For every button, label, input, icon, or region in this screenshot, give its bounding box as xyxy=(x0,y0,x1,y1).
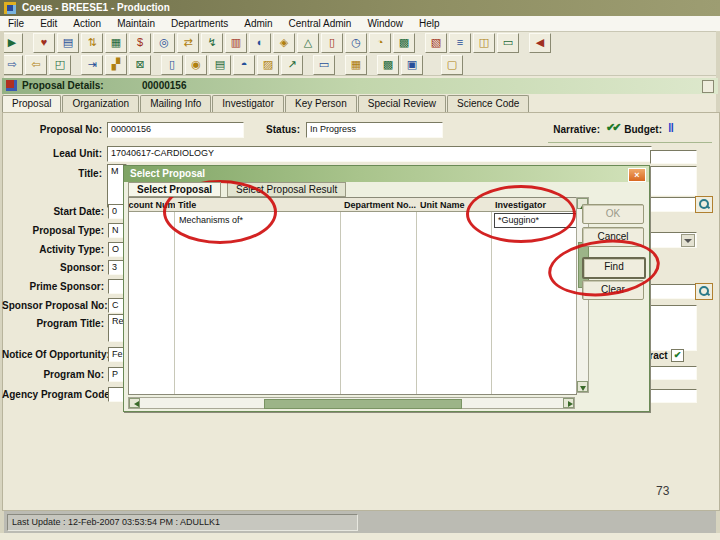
close-icon[interactable]: × xyxy=(628,168,646,182)
columns-icon[interactable]: ◫ xyxy=(473,33,495,53)
status-field[interactable]: In Progress xyxy=(306,122,443,138)
window-control-button[interactable] xyxy=(702,80,714,93)
save-icon[interactable]: ▣ xyxy=(401,55,423,75)
scroll-left-icon[interactable] xyxy=(129,398,140,408)
menu-help[interactable]: Help xyxy=(411,18,448,29)
ok-button[interactable]: OK xyxy=(582,204,644,224)
run-icon[interactable]: ↯ xyxy=(201,33,223,53)
menu-edit[interactable]: Edit xyxy=(32,18,65,29)
lead-unit-field[interactable]: 17040617-CARDIOLOGY xyxy=(107,146,652,162)
keyboard-icon[interactable]: ▧ xyxy=(425,33,447,53)
annotation-circle-investigator xyxy=(466,185,576,243)
right-field-2[interactable] xyxy=(650,166,697,196)
calculator-icon[interactable]: ▦ xyxy=(345,55,367,75)
money-bag-icon[interactable]: $ xyxy=(129,33,151,53)
select-icon[interactable]: ▶ xyxy=(1,33,23,53)
notepad-icon[interactable]: ▭ xyxy=(313,55,335,75)
menu-file[interactable]: File xyxy=(0,18,32,29)
favorites-icon[interactable]: ♥ xyxy=(33,33,55,53)
sort-icon[interactable]: ⇅ xyxy=(81,33,103,53)
apple-icon[interactable]: ◓ xyxy=(233,55,255,75)
menu-action[interactable]: Action xyxy=(65,18,109,29)
link-icon[interactable]: ▞ xyxy=(105,55,127,75)
toolbar-row2: ⇨ ⇦ ◰ ⇥ ▞ ⊠ ▯ ◉ ▤ ◓ ▨ ↗ ▭ ▦ ▩ ▣ ▢ xyxy=(0,54,720,76)
catalog-icon[interactable]: ▦ xyxy=(105,33,127,53)
new-window-icon[interactable]: ▤ xyxy=(57,33,79,53)
tab-science-code[interactable]: Science Code xyxy=(447,95,529,112)
budget-bars-icon[interactable]: ‖ xyxy=(668,121,674,135)
briefcase-icon[interactable]: ▤ xyxy=(209,55,231,75)
right-field-1[interactable] xyxy=(650,150,697,164)
sponsor-proposal-no-label: Sponsor Proposal No: xyxy=(2,300,104,311)
right-combo-field[interactable] xyxy=(648,232,697,248)
proposal-details-title-bar[interactable]: Proposal Details: 00000156 xyxy=(2,78,718,94)
scroll-right-icon[interactable] xyxy=(563,398,574,408)
tab-organization[interactable]: Organization xyxy=(62,95,139,112)
list-icon[interactable]: ≡ xyxy=(449,33,471,53)
right-field-6[interactable] xyxy=(650,366,697,380)
menu-maintain[interactable]: Maintain xyxy=(109,18,163,29)
person-search-icon[interactable]: ◐ xyxy=(249,33,271,53)
program-no-label: Program No: xyxy=(2,369,104,380)
tab-select-proposal[interactable]: Select Proposal xyxy=(128,182,221,197)
tree-icon[interactable]: ▨ xyxy=(257,55,279,75)
divider-line xyxy=(548,142,712,143)
menu-central-admin[interactable]: Central Admin xyxy=(281,18,360,29)
column-department-no[interactable]: Department No... xyxy=(341,198,417,212)
resize-icon[interactable]: ◰ xyxy=(49,55,71,75)
slide-page-number: 73 xyxy=(656,484,669,498)
dialog-title-bar[interactable]: Select Proposal xyxy=(124,166,649,182)
status-last-update: Last Update : 12-Feb-2007 03:53:54 PM : … xyxy=(7,514,358,531)
right-field-5[interactable] xyxy=(650,305,697,351)
form-icon[interactable]: ▭ xyxy=(497,33,519,53)
dialog-title: Select Proposal xyxy=(130,168,205,179)
chevron-down-icon[interactable] xyxy=(681,234,695,247)
sponsor-search-icon[interactable] xyxy=(695,196,713,213)
tab-special-review[interactable]: Special Review xyxy=(358,95,446,112)
clock-icon[interactable]: ◷ xyxy=(345,33,367,53)
export-icon[interactable]: ⇥ xyxy=(81,55,103,75)
prime-sponsor-search-icon[interactable] xyxy=(695,283,713,300)
contract-checkbox[interactable]: ✔ xyxy=(671,349,684,362)
memo-icon[interactable]: ▢ xyxy=(441,55,463,75)
app-title-bar[interactable]: Coeus - BREESE1 - Production xyxy=(0,0,720,16)
proposal-no-field[interactable]: 00000156 xyxy=(107,122,244,138)
signature-icon[interactable]: ↗ xyxy=(281,55,303,75)
previous-icon[interactable]: ⇦ xyxy=(25,55,47,75)
printer-icon[interactable]: ▩ xyxy=(393,33,415,53)
narrative-check-icon[interactable]: ✔✔ xyxy=(606,121,618,134)
tab-proposal[interactable]: Proposal xyxy=(2,95,61,112)
scales-icon[interactable]: △ xyxy=(297,33,319,53)
proposal-type-label: Proposal Type: xyxy=(2,225,104,236)
tab-investigator[interactable]: Investigator xyxy=(212,95,284,112)
horizontal-scroll-thumb[interactable] xyxy=(264,399,462,409)
people-icon[interactable]: ◈ xyxy=(273,33,295,53)
right-field-4[interactable] xyxy=(650,284,697,299)
pause-icon[interactable]: ▯ xyxy=(321,33,343,53)
menu-admin[interactable]: Admin xyxy=(236,18,280,29)
coins-icon[interactable]: ◉ xyxy=(185,55,207,75)
sponsor-label: Sponsor: xyxy=(2,262,104,273)
chart-icon[interactable]: ◔ xyxy=(369,33,391,53)
door-icon[interactable]: ▯ xyxy=(161,55,183,75)
scroll-down-icon[interactable] xyxy=(577,381,588,392)
copy-icon[interactable]: ▥ xyxy=(225,33,247,53)
next-icon[interactable]: ⇨ xyxy=(1,55,23,75)
print-icon[interactable]: ▩ xyxy=(377,55,399,75)
transfer-icon[interactable]: ⇄ xyxy=(177,33,199,53)
tab-mailing-info[interactable]: Mailing Info xyxy=(140,95,211,112)
binoculars-icon[interactable]: ◎ xyxy=(153,33,175,53)
right-field-7[interactable] xyxy=(650,389,697,403)
notice-of-opportunity-label: Notice Of Opportunity: xyxy=(2,349,104,360)
exit-icon[interactable]: ◀ xyxy=(529,33,551,53)
proposal-tab-strip: Proposal Organization Mailing Info Inves… xyxy=(2,95,530,112)
mail-icon[interactable]: ⊠ xyxy=(129,55,151,75)
lead-unit-label: Lead Unit: xyxy=(18,148,102,159)
menu-window[interactable]: Window xyxy=(359,18,411,29)
prime-sponsor-label: Prime Sponsor: xyxy=(2,281,104,292)
right-field-3[interactable] xyxy=(650,197,697,212)
grid-horizontal-scrollbar[interactable] xyxy=(128,397,575,409)
tab-key-person[interactable]: Key Person xyxy=(285,95,357,112)
app-title: Coeus - BREESE1 - Production xyxy=(22,0,170,16)
menu-departments[interactable]: Departments xyxy=(163,18,236,29)
